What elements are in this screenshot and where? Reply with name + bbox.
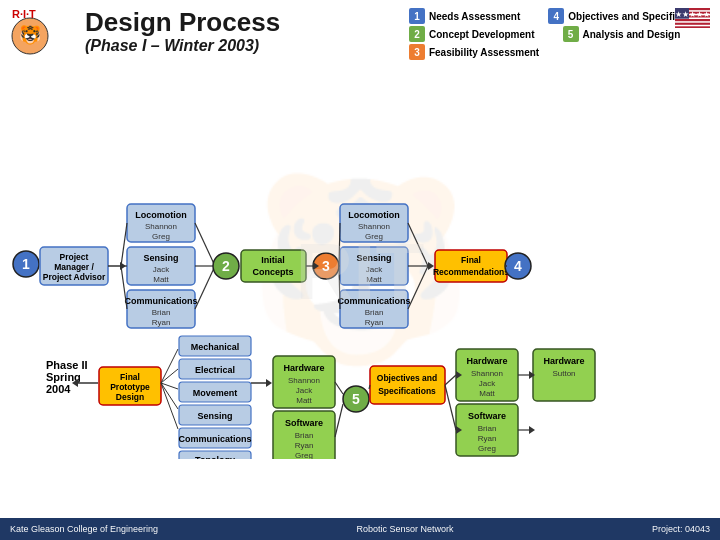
svg-text:★★★★★★★★★★★★★★★★★★★★★★★★★★★★★★: ★★★★★★★★★★★★★★★★★★★★★★★★★★★★★★★★★★★★★★★★… [675,10,710,19]
svg-text:Greg: Greg [295,451,313,459]
svg-text:Matt: Matt [479,389,495,398]
svg-text:Matt: Matt [153,275,169,284]
svg-line-34 [195,223,215,266]
svg-text:RIT: RIT [296,227,425,316]
svg-text:Hardware: Hardware [543,356,584,366]
svg-rect-8 [675,25,710,27]
legend-row-3: 3 Feasibility Assessment [409,44,710,60]
footer-center: Robotic Sensor Network [357,524,454,534]
svg-marker-138 [529,426,535,434]
legend-text-3: Feasibility Assessment [429,47,539,58]
page-title: Design Process [85,8,399,37]
svg-text:Mechanical: Mechanical [191,342,240,352]
svg-rect-7 [675,21,710,23]
svg-text:Software: Software [285,418,323,428]
rit-logo: 🐯 R·I·T [10,8,70,63]
footer: Kate Gleason College of Engineering Robo… [0,518,720,540]
svg-text:Initial: Initial [261,255,285,265]
svg-text:Greg: Greg [152,232,170,241]
svg-text:Shannon: Shannon [471,369,503,378]
svg-text:Ryan: Ryan [152,318,171,327]
svg-text:Shannon: Shannon [288,376,320,385]
svg-text:Jack: Jack [153,265,170,274]
svg-text:Sensing: Sensing [143,253,178,263]
svg-rect-114 [370,366,445,404]
svg-text:Locomotion: Locomotion [135,210,187,220]
svg-text:Brian: Brian [152,308,171,317]
svg-text:🐯: 🐯 [19,24,42,46]
svg-text:1: 1 [22,256,30,272]
svg-text:Topology: Topology [195,455,235,459]
legend-num-1: 1 [409,8,425,24]
svg-text:Hardware: Hardware [283,363,324,373]
legend-num-5: 5 [563,26,579,42]
legend-text-1: Needs Assessment [429,11,520,22]
svg-text:Project: Project [60,252,89,262]
svg-text:4: 4 [514,258,522,274]
svg-text:Jack: Jack [479,379,496,388]
svg-text:Project Advisor: Project Advisor [43,272,106,282]
legend-text-5: Analysis and Design [583,29,681,40]
svg-text:Final: Final [120,372,140,382]
svg-text:Prototype: Prototype [110,382,150,392]
svg-text:Hardware: Hardware [466,356,507,366]
svg-line-113 [335,404,343,437]
svg-line-31 [121,223,127,266]
svg-text:Specifications: Specifications [378,386,436,396]
legend: 1 Needs Assessment 4 Objectives and Spec… [409,8,710,60]
svg-text:5: 5 [352,391,360,407]
svg-text:Ryan: Ryan [478,434,497,443]
svg-text:Recommendations: Recommendations [433,267,509,277]
svg-text:Communications: Communications [124,296,197,306]
svg-text:Final: Final [461,255,481,265]
header: 🐯 R·I·T Design Process (Phase I – Winter… [0,0,720,67]
svg-text:2004: 2004 [46,383,71,395]
svg-text:2: 2 [222,258,230,274]
svg-text:Jack: Jack [296,386,313,395]
svg-text:Ryan: Ryan [295,441,314,450]
svg-text:Design: Design [116,392,144,402]
svg-text:Matt: Matt [296,396,312,405]
svg-text:Phase II: Phase II [46,359,88,371]
svg-text:Sensing: Sensing [197,411,232,421]
svg-text:Greg: Greg [478,444,496,453]
legend-num-4: 4 [548,8,564,24]
diagram-svg: 1 Project Manager / Project Advisor Loco… [8,69,712,459]
phase-subtitle: (Phase I – Winter 2003) [85,37,399,55]
svg-text:Electrical: Electrical [195,365,235,375]
svg-text:Objectives and: Objectives and [377,373,437,383]
legend-row-2: 2 Concept Development 5 Analysis and Des… [409,26,710,42]
svg-text:Sutton: Sutton [552,369,575,378]
svg-line-129 [445,385,456,430]
svg-text:R·I·T: R·I·T [12,8,36,20]
svg-line-128 [445,375,456,385]
footer-right: Project: 04043 [652,524,710,534]
svg-text:Manager /: Manager / [54,262,94,272]
svg-text:Concepts: Concepts [252,267,293,277]
svg-text:Brian: Brian [478,424,497,433]
svg-line-36 [195,266,215,309]
svg-line-82 [161,369,178,383]
legend-num-2: 2 [409,26,425,42]
main-content: 1 Project Manager / Project Advisor Loco… [0,67,720,463]
svg-line-81 [161,349,178,383]
title-block: Design Process (Phase I – Winter 2003) [85,8,399,55]
svg-text:Software: Software [468,411,506,421]
svg-marker-99 [266,379,272,387]
svg-line-112 [335,382,343,394]
legend-text-2: Concept Development [429,29,535,40]
svg-text:Communications: Communications [178,434,251,444]
legend-num-3: 3 [409,44,425,60]
svg-text:Brian: Brian [295,431,314,440]
svg-text:Locomotion: Locomotion [348,210,400,220]
legend-row-1: 1 Needs Assessment 4 Objectives and Spec… [409,8,710,24]
svg-text:Shannon: Shannon [145,222,177,231]
svg-text:Ryan: Ryan [365,318,384,327]
svg-text:Movement: Movement [193,388,238,398]
footer-left: Kate Gleason College of Engineering [10,524,158,534]
us-flag: ★★★★★★★★★★★★★★★★★★★★★★★★★★★★★★★★★★★★★★★★… [675,8,710,28]
